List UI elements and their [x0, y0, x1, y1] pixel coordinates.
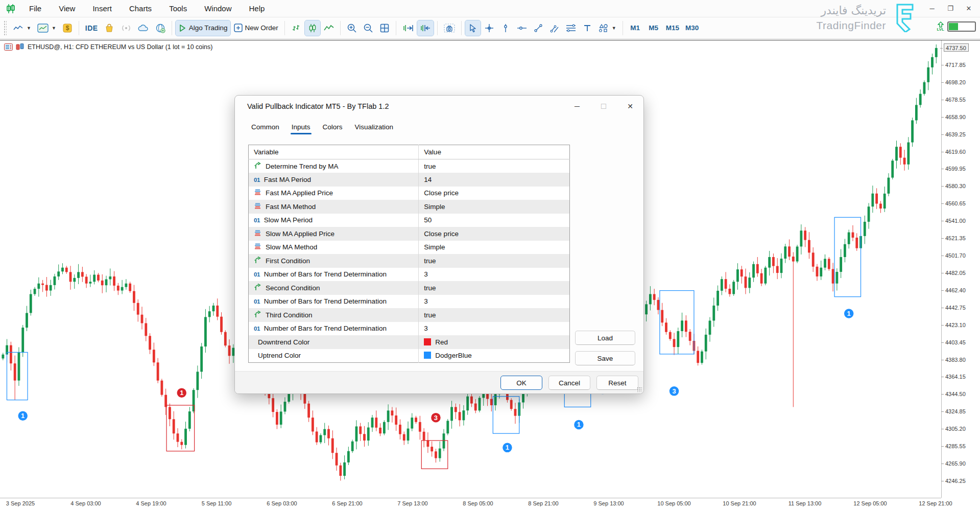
variable-value[interactable]: true	[419, 281, 570, 295]
variable-value[interactable]: 3	[419, 322, 570, 336]
zoom-in-button[interactable]	[344, 20, 360, 36]
community-button[interactable]	[153, 20, 168, 36]
tile-windows-button[interactable]	[377, 20, 392, 36]
ide-button[interactable]: IDE	[83, 20, 101, 36]
price-tick: 4619.60	[945, 148, 966, 156]
reset-button[interactable]: Reset	[596, 376, 638, 390]
menu-tools[interactable]: Tools	[160, 0, 196, 17]
candlestick-mode-button[interactable]	[305, 20, 320, 36]
crosshair-tool-button[interactable]	[482, 20, 497, 36]
toolbar-drag-handle[interactable]	[4, 20, 7, 36]
dialog-close-button[interactable]: ✕	[617, 96, 643, 117]
one-click-trading-icon[interactable]	[16, 43, 25, 51]
time-axis[interactable]: 3 Sep 20254 Sep 03:004 Sep 19:005 Sep 11…	[0, 498, 941, 509]
cancel-button[interactable]: Cancel	[548, 376, 590, 390]
vertical-line-tool-button[interactable]	[498, 20, 513, 36]
save-button[interactable]: Save	[575, 351, 635, 365]
algo-trading-button[interactable]: Algo Trading	[176, 20, 230, 36]
cloud-button[interactable]	[135, 20, 152, 36]
svg-text:3: 3	[434, 414, 438, 422]
minimize-window-button[interactable]: ─	[925, 3, 939, 15]
variable-value[interactable]: 3	[419, 268, 570, 282]
new-order-button[interactable]: New Order	[231, 20, 281, 36]
fibonacci-tool-button[interactable]	[563, 20, 579, 36]
close-window-button[interactable]: ✕	[962, 3, 976, 15]
table-row[interactable]: 01Number of Bars for Trend Determination…	[249, 268, 570, 282]
table-row[interactable]: Third Conditiontrue	[249, 308, 570, 322]
table-row[interactable]: Fast MA MethodSimple	[249, 200, 570, 214]
variable-value[interactable]: DodgerBlue	[419, 349, 570, 363]
dialog-titlebar[interactable]: Valid Pullback Indicator MT5 - By TFlab …	[235, 96, 643, 117]
table-row[interactable]: First Conditiontrue	[249, 254, 570, 268]
dialog-minimize-button[interactable]: ─	[564, 96, 590, 117]
table-row[interactable]: Second Conditiontrue	[249, 281, 570, 295]
table-row[interactable]: Fast MA Applied PriceClose price	[249, 187, 570, 200]
table-row[interactable]: Slow MA MethodSimple	[249, 241, 570, 254]
menu-help[interactable]: Help	[241, 0, 274, 17]
price-axis[interactable]: 4737.504717.854698.204678.554658.904639.…	[941, 40, 980, 498]
menu-file[interactable]: File	[20, 0, 50, 17]
screenshot-button[interactable]	[441, 20, 458, 36]
load-button[interactable]: Load	[575, 331, 635, 345]
variable-value[interactable]: true	[419, 254, 570, 268]
line-chart-mode-button[interactable]	[321, 20, 337, 36]
timeframe-m15-button[interactable]: M15	[663, 20, 682, 36]
menu-insert[interactable]: Insert	[84, 0, 121, 17]
column-header-variable[interactable]: Variable	[249, 145, 419, 159]
bar-chart-mode-button[interactable]	[289, 20, 304, 36]
tab-visualization[interactable]: Visualization	[350, 120, 399, 135]
color-swatch	[424, 352, 431, 359]
tab-colors[interactable]: Colors	[318, 120, 348, 135]
market-store-button[interactable]	[102, 20, 117, 36]
menu-window[interactable]: Window	[196, 0, 240, 17]
menu-charts[interactable]: Charts	[121, 0, 160, 17]
variable-value[interactable]: 3	[419, 295, 570, 309]
restore-window-button[interactable]: ❐	[943, 3, 958, 15]
depth-of-market-icon[interactable]	[4, 43, 13, 51]
table-row[interactable]: 01Number of Bars for Trend Determination…	[249, 295, 570, 309]
table-row[interactable]: 01Number of Bars for Trend Determination…	[249, 322, 570, 336]
boolean-icon	[254, 283, 261, 291]
table-row[interactable]: Slow MA Applied PriceClose price	[249, 227, 570, 241]
timeframe-m5-button[interactable]: M5	[645, 20, 662, 36]
variable-value[interactable]: true	[419, 308, 570, 322]
variable-value[interactable]: Simple	[419, 200, 570, 214]
table-row[interactable]: 01Fast MA Period14	[249, 173, 570, 187]
variable-value[interactable]: Close price	[419, 187, 570, 200]
variable-value[interactable]: 50	[419, 214, 570, 227]
shapes-tool-button[interactable]: ▼	[596, 20, 619, 36]
timeframe-m30-button[interactable]: M30	[683, 20, 701, 36]
timeframe-m1-button[interactable]: M1	[627, 20, 644, 36]
table-row[interactable]: Determine Trend by MAtrue	[249, 159, 570, 173]
chart-shift-button[interactable]	[400, 20, 416, 36]
variable-value[interactable]: Close price	[419, 227, 570, 241]
resize-grip[interactable]	[637, 387, 642, 392]
variable-value[interactable]: 14	[419, 173, 570, 187]
tab-inputs[interactable]: Inputs	[286, 120, 316, 135]
variable-value[interactable]: true	[419, 159, 570, 173]
chart-type-dropdown-button[interactable]: ▼	[11, 20, 34, 36]
table-row[interactable]: Downtrend ColorRed	[249, 335, 570, 349]
horizontal-line-tool-button[interactable]	[514, 20, 530, 36]
cursor-tool-button[interactable]	[465, 20, 481, 36]
variable-name: Uptrend Color	[258, 352, 301, 359]
table-row[interactable]: Uptrend ColorDodgerBlue	[249, 349, 570, 363]
chart-profile-dropdown-button[interactable]: ▼	[35, 20, 59, 36]
text-tool-button[interactable]	[580, 20, 595, 36]
table-row[interactable]: 01Slow MA Period50	[249, 214, 570, 227]
menu-view[interactable]: View	[50, 0, 84, 17]
svg-text:3: 3	[672, 387, 676, 395]
column-header-value[interactable]: Value	[419, 145, 570, 159]
market-watch-button[interactable]: $	[60, 20, 75, 36]
variable-value[interactable]: Simple	[419, 241, 570, 254]
variable-value[interactable]: Red	[419, 335, 570, 349]
level-gauge	[947, 21, 976, 32]
tab-common[interactable]: Common	[246, 120, 284, 135]
signals-button[interactable]	[118, 20, 134, 36]
trendline-tool-button[interactable]	[531, 20, 546, 36]
price-tick: 4658.90	[945, 113, 966, 121]
auto-scroll-button[interactable]	[417, 20, 434, 36]
ok-button[interactable]: OK	[500, 376, 542, 390]
channel-tool-button[interactable]	[547, 20, 562, 36]
zoom-out-button[interactable]	[361, 20, 376, 36]
